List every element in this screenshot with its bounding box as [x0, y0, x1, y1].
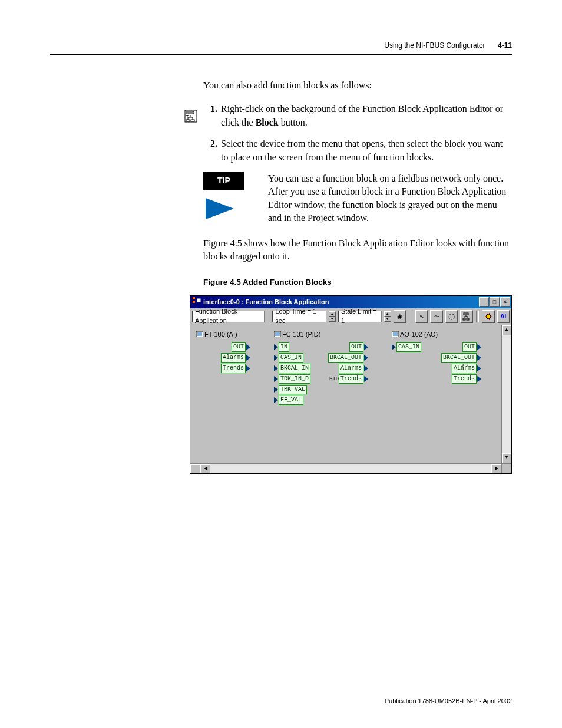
tip-text: You can use a function block on a fieldb…: [268, 172, 512, 225]
toolbar-btn-pointer-icon[interactable]: ↖: [415, 310, 428, 323]
port-out[interactable]: OUT: [232, 342, 250, 352]
svg-rect-8: [464, 313, 468, 315]
horizontal-scrollbar[interactable]: ◀ ▶: [190, 463, 511, 473]
step-1: 1. Right-click on the background of the …: [203, 103, 512, 129]
header-section: Using the NI-FBUS Configurator: [384, 41, 485, 50]
toolbar-btn-loop-icon[interactable]: ◯: [445, 310, 458, 323]
block-button-icon: [184, 110, 197, 123]
block-icon: [274, 331, 281, 337]
step-2: 2. Select the device from the menu that …: [203, 137, 512, 164]
page-number: 4-11: [498, 41, 512, 50]
svg-rect-5: [193, 297, 195, 299]
toolbar-separator: [476, 311, 480, 322]
header-rule: [50, 54, 512, 55]
function-block-ao[interactable]: AO-102 (AO) CAS_IN OUT BKCAL_OUT Alarms …: [392, 330, 481, 385]
tip-label: TIP: [203, 172, 244, 190]
port-out[interactable]: OUT: [462, 342, 481, 352]
port-trk-in-d[interactable]: TRK_IN_D: [274, 374, 310, 384]
port-bkcal-out[interactable]: BKCAL_OUT: [328, 353, 368, 363]
port-cas-in[interactable]: CAS_IN: [392, 342, 421, 352]
port-trends[interactable]: Trends: [339, 374, 368, 384]
svg-rect-3: [191, 120, 194, 121]
loop-time-stepper[interactable]: ▲▼: [329, 311, 336, 322]
stale-limit-field[interactable]: Stale Limit = 1: [338, 311, 382, 322]
intro-text: You can also add function blocks as foll…: [203, 79, 512, 92]
function-block-ai[interactable]: FT-100 (AI) OUT Alarms Trends: [196, 330, 250, 374]
port-cas-in[interactable]: CAS_IN: [274, 353, 303, 363]
scroll-right-icon[interactable]: ▶: [491, 464, 501, 473]
port-bkcal-in[interactable]: BKCAL_IN: [274, 364, 310, 373]
svg-rect-6: [193, 301, 195, 303]
titlebar[interactable]: interface0-0 : Function Block Applicatio…: [190, 296, 511, 308]
scroll-left-icon[interactable]: ◀: [200, 464, 210, 473]
toolbar-btn-clock-icon[interactable]: ◉: [394, 310, 406, 323]
toolbar-btn-wire-icon[interactable]: ⤳: [430, 310, 442, 323]
stale-limit-stepper[interactable]: ▲▼: [384, 311, 391, 322]
loop-time-field[interactable]: Loop Time = 1 sec: [272, 311, 326, 322]
page-header: Using the NI-FBUS Configurator 4-11: [50, 41, 512, 50]
svg-rect-10: [467, 318, 469, 320]
window-title: interface0-0 : Function Block Applicatio…: [203, 298, 329, 307]
minimize-button[interactable]: _: [479, 297, 489, 307]
port-trends[interactable]: Trends: [221, 364, 250, 373]
svg-rect-2: [186, 120, 190, 121]
toolbar-btn-color-icon[interactable]: [482, 310, 494, 323]
port-alarms[interactable]: Alarms: [339, 364, 368, 373]
toolbar: Function Block Application Loop Time = 1…: [190, 308, 511, 325]
svg-rect-7: [197, 299, 200, 302]
scroll-down-icon[interactable]: ▼: [502, 453, 511, 463]
svg-point-11: [486, 314, 491, 319]
app-label-field[interactable]: Function Block Application: [192, 311, 265, 322]
tip-triangle-icon: [203, 196, 268, 222]
maximize-button[interactable]: □: [490, 297, 500, 307]
scroll-up-icon[interactable]: ▲: [502, 325, 511, 335]
function-block-pid[interactable]: FC-101 (PID) IN OUT CAS_IN BKCAL_OUT: [274, 330, 368, 406]
after-tip-text: Figure 4.5 shows how the Function Block …: [203, 237, 512, 263]
vertical-scrollbar[interactable]: ▲ ▼: [501, 325, 511, 463]
port-in[interactable]: IN: [274, 342, 289, 352]
port-trends[interactable]: Trends: [452, 374, 481, 384]
close-button[interactable]: ×: [500, 297, 510, 307]
port-out[interactable]: OUT: [349, 342, 368, 352]
port-alarms[interactable]: Alarms: [221, 353, 250, 363]
tip-block: TIP You can use a function block on a fi…: [203, 172, 512, 225]
resize-grip-icon[interactable]: [501, 464, 511, 473]
figure-caption: Figure 4.5 Added Function Blocks: [203, 277, 512, 288]
port-bkcal-out[interactable]: BKCAL_OUT: [441, 353, 481, 363]
svg-marker-4: [206, 198, 234, 219]
block-icon: [392, 331, 399, 337]
svg-rect-9: [463, 318, 465, 320]
editor-canvas[interactable]: FT-100 (AI) OUT Alarms Trends FC-101 (PI…: [190, 325, 501, 463]
block-sublabel: AO: [461, 363, 468, 370]
port-ff-val[interactable]: FF_VAL: [274, 396, 303, 405]
block-icon: [196, 331, 203, 337]
toolbar-separator: [409, 311, 412, 322]
toolbar-btn-ai-icon[interactable]: AI: [497, 310, 510, 323]
footer-text: Publication 1788-UM052B-EN-P - April 200…: [385, 697, 512, 704]
port-trk-val[interactable]: TRK_VAL: [274, 385, 307, 394]
app-window: interface0-0 : Function Block Applicatio…: [190, 295, 512, 473]
block-sublabel: PID: [329, 375, 339, 383]
toolbar-btn-block-icon[interactable]: [460, 310, 472, 323]
app-icon: [193, 297, 201, 307]
